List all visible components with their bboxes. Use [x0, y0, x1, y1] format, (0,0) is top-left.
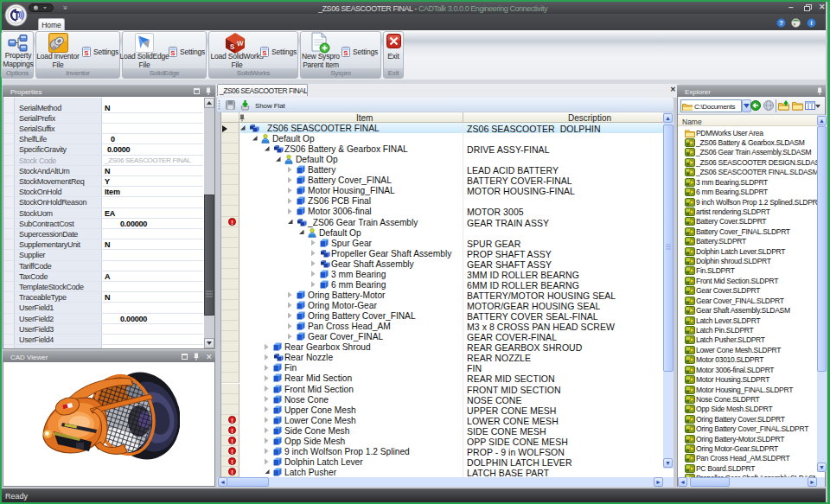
svg-text:S: S — [84, 49, 89, 57]
svg-text:S: S — [343, 49, 348, 57]
svg-text:i: i — [810, 19, 812, 27]
svg-text:?: ? — [779, 19, 783, 27]
svg-text:S: S — [170, 49, 176, 57]
svg-text:W: W — [237, 40, 244, 48]
svg-text:S: S — [262, 49, 267, 57]
svg-text:S: S — [230, 43, 235, 52]
